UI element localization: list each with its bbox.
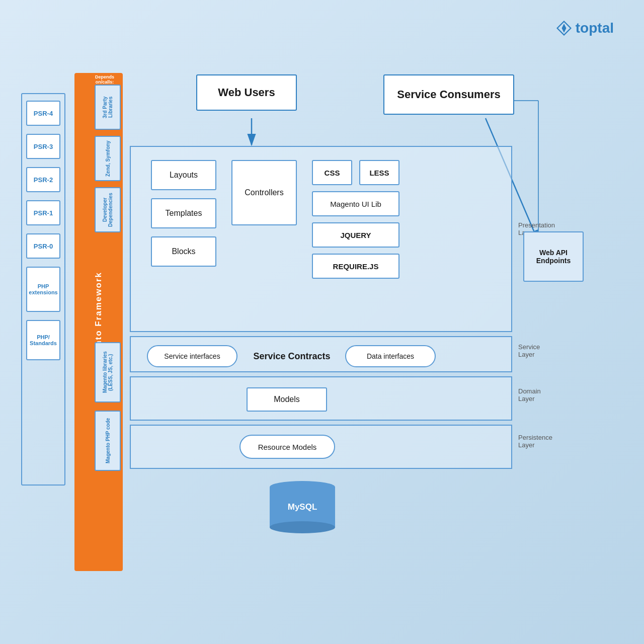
zend-symfony-box: Zend, Symfony <box>95 136 121 181</box>
web-api-endpoints-box: Web API Endpoints <box>523 231 584 282</box>
svg-marker-7 <box>561 24 566 33</box>
depends-label: Depends on/calls: <box>92 74 118 84</box>
less-box: LESS <box>359 160 399 185</box>
psr0-box: PSR-0 <box>26 233 60 259</box>
resource-models-pill: Resource Models <box>239 435 335 459</box>
diagram-container: toptal PSR-4 PSR-3 PSR-2 PSR-1 PSR-0 PHP… <box>0 0 644 644</box>
magento-php-code-box: Magento PHP code <box>95 411 121 471</box>
php-extensions-box: PHP extensions <box>26 267 60 312</box>
service-interfaces-pill: Service interfaces <box>147 345 237 367</box>
requirejs-box: REQUIRE.JS <box>312 254 399 279</box>
service-contracts-label: Service Contracts <box>242 345 342 367</box>
persistence-layer-label: Persistence Layer <box>518 434 552 449</box>
web-users-box: Web Users <box>196 74 297 111</box>
mysql-label: MySQL <box>288 502 317 512</box>
data-interfaces-pill: Data interfaces <box>345 345 436 367</box>
psr3-box: PSR-3 <box>26 134 60 159</box>
psr4-box: PSR-4 <box>26 101 60 126</box>
third-party-libraries-box: 3rd Party Libraries <box>95 85 121 130</box>
psr2-box: PSR-2 <box>26 167 60 192</box>
jquery-box: JQUERY <box>312 222 399 248</box>
service-consumers-box: Service Consumers <box>383 74 514 115</box>
toptal-logo: toptal <box>556 20 614 36</box>
controllers-box: Controllers <box>231 160 297 225</box>
brand-name: toptal <box>576 20 614 36</box>
blocks-box: Blocks <box>151 236 216 267</box>
css-box: CSS <box>312 160 352 185</box>
developer-dependencies-box: Developer Dependencies <box>95 187 121 232</box>
toptal-icon <box>556 21 572 36</box>
psr1-box: PSR-1 <box>26 200 60 225</box>
templates-box: Templates <box>151 198 216 228</box>
php-standards-box: PHP/ Standards <box>26 320 60 360</box>
domain-layer-label: Domain Layer <box>518 387 541 403</box>
service-layer-label: Service Layer <box>518 343 540 358</box>
magento-ui-lib-box: Magento UI Lib <box>312 191 399 216</box>
layouts-box: Layouts <box>151 160 216 190</box>
models-box: Models <box>247 387 327 412</box>
magento-libraries-box: Magento libraries (LESS, JS, etc.) <box>95 342 121 403</box>
mysql-cylinder: MySQL <box>270 481 335 533</box>
